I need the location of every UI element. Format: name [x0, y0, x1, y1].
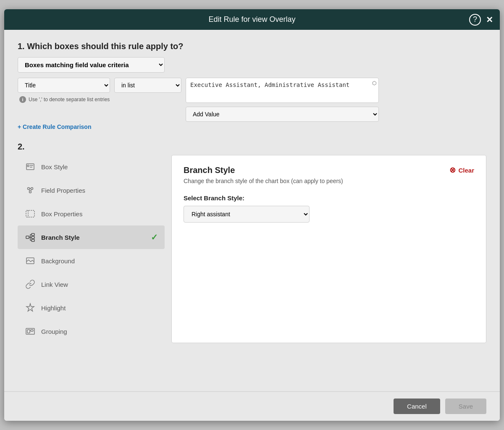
sidebar-item-highlight[interactable]: Highlight — [18, 296, 165, 320]
save-button[interactable]: Save — [445, 399, 486, 414]
clear-icon: ⊗ — [449, 165, 456, 175]
field-properties-label: Field Properties — [41, 187, 85, 194]
sidebar-item-branch-style[interactable]: Branch Style ✓ — [18, 225, 165, 249]
hint-text: Use ',' to denote separate list entries — [29, 97, 110, 102]
highlight-label: Highlight — [41, 304, 66, 312]
branch-style-dropdown[interactable]: Right assistant Left assistant Standard … — [184, 206, 310, 223]
value-input[interactable]: Executive Assistant, Administrative Assi… — [186, 78, 379, 103]
grouping-label: Grouping — [41, 328, 67, 335]
close-button[interactable]: ✕ — [486, 15, 493, 25]
background-label: Background — [41, 257, 75, 265]
create-rule-link[interactable]: + Create Rule Comparison — [18, 123, 486, 130]
clear-button[interactable]: ⊗ Clear — [449, 165, 474, 175]
value-input-wrapper: Executive Assistant, Administrative Assi… — [186, 78, 379, 104]
background-icon — [24, 255, 36, 267]
add-value-dropdown[interactable]: Add Value — [186, 107, 379, 122]
svg-rect-14 — [32, 236, 34, 239]
section-2: 2. Box Style — [18, 142, 486, 343]
box-properties-label: Box Properties — [41, 210, 82, 218]
link-view-icon — [24, 278, 36, 290]
field-condition-area: Title Name Department Location in list e… — [18, 78, 181, 103]
dialog-body: 1. Which boxes should this rule apply to… — [4, 30, 500, 391]
title-bar-actions: ? ✕ — [469, 14, 493, 26]
svg-rect-23 — [31, 330, 33, 331]
section-1-title: 1. Which boxes should this rule apply to… — [18, 42, 486, 51]
field-properties-icon — [24, 184, 36, 196]
link-view-label: Link View — [41, 281, 68, 288]
info-icon: i — [19, 96, 26, 103]
value-area: Executive Assistant, Administrative Assi… — [186, 78, 379, 122]
svg-rect-15 — [32, 239, 34, 241]
dialog-title: Edit Rule for view Overlay — [208, 15, 295, 24]
box-style-label: Box Style — [41, 163, 68, 170]
svg-point-6 — [29, 191, 32, 193]
grouping-icon — [24, 325, 36, 337]
svg-point-4 — [28, 188, 30, 190]
svg-point-1 — [27, 165, 29, 167]
sidebar-item-grouping[interactable]: Grouping — [18, 320, 165, 343]
svg-rect-10 — [26, 210, 34, 217]
svg-rect-12 — [26, 236, 29, 239]
expand-icon[interactable]: ⬡ — [372, 80, 376, 86]
right-panel-header: Branch Style ⊗ Clear — [184, 165, 474, 175]
svg-rect-13 — [32, 233, 34, 236]
branch-style-check: ✓ — [151, 232, 158, 242]
sidebar-item-box-style[interactable]: Box Style — [18, 155, 165, 178]
box-properties-icon — [24, 208, 36, 220]
svg-line-8 — [29, 189, 30, 191]
row-selects: Title Name Department Location in list e… — [18, 78, 486, 122]
condition-dropdown[interactable]: in list equals contains starts with — [114, 78, 181, 93]
svg-line-9 — [31, 189, 32, 191]
edit-rule-dialog: Edit Rule for view Overlay ? ✕ 1. Which … — [4, 9, 500, 421]
section-2-title: 2. — [18, 142, 486, 152]
right-panel-title: Branch Style — [184, 165, 235, 175]
field-dropdown[interactable]: Title Name Department Location — [18, 78, 110, 93]
help-button[interactable]: ? — [469, 14, 481, 26]
sidebar-item-box-properties[interactable]: Box Properties — [18, 202, 165, 225]
highlight-icon — [24, 302, 36, 314]
cancel-button[interactable]: Cancel — [394, 399, 440, 414]
svg-rect-22 — [27, 330, 30, 333]
sidebar-item-link-view[interactable]: Link View — [18, 273, 165, 296]
right-panel-description: Change the branch style of the chart box… — [184, 178, 474, 184]
sidebar-item-background[interactable]: Background — [18, 249, 165, 273]
sidebar-item-field-properties[interactable]: Field Properties — [18, 178, 165, 202]
box-style-icon — [24, 161, 36, 173]
branch-style-icon — [24, 231, 36, 243]
section-2-body: Box Style — [18, 155, 486, 343]
clear-label: Clear — [458, 167, 474, 174]
right-panel: Branch Style ⊗ Clear Change the branch s… — [171, 155, 486, 343]
svg-point-5 — [31, 188, 33, 190]
dialog-footer: Cancel Save — [4, 391, 500, 421]
title-bar: Edit Rule for view Overlay ? ✕ — [4, 9, 500, 30]
branch-style-select-label: Select Branch Style: — [184, 194, 474, 202]
section-1: 1. Which boxes should this rule apply to… — [18, 42, 486, 130]
left-panel: Box Style — [18, 155, 165, 343]
branch-style-label: Branch Style — [41, 234, 80, 241]
criteria-dropdown[interactable]: Boxes matching field value criteria — [18, 57, 165, 73]
